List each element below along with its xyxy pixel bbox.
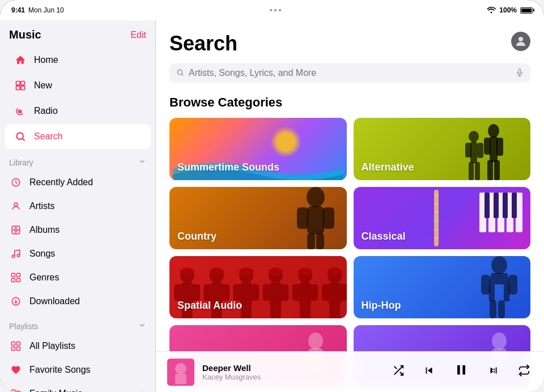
sidebar-nav-home[interactable]: Home <box>5 48 151 73</box>
now-playing-info: Deeper Well Kacey Musgraves <box>202 363 382 381</box>
sidebar-item-all-playlists[interactable]: All Playlists <box>0 334 155 358</box>
sidebar-item-recently-added[interactable]: Recently Added <box>0 171 155 194</box>
sidebar-item-favorite-songs[interactable]: Favorite Songs <box>0 358 155 382</box>
sidebar-item-label-recently-added: Recently Added <box>29 177 93 188</box>
svg-point-112 <box>175 363 186 374</box>
app-container: Music Edit Home <box>0 20 544 392</box>
sidebar-item-label-downloaded: Downloaded <box>29 296 80 306</box>
svg-rect-2 <box>16 86 20 90</box>
svg-rect-36 <box>475 162 480 180</box>
battery-percent: 100% <box>499 6 517 14</box>
sidebar-item-label-songs: Songs <box>29 249 55 259</box>
svg-rect-42 <box>316 233 324 249</box>
svg-point-10 <box>12 255 15 258</box>
category-label-summertime: Summertime Sounds <box>177 161 279 173</box>
browse-categories-title: Browse Categories <box>169 95 530 110</box>
now-playing-artist: Kacey Musgraves <box>202 373 382 381</box>
downloaded-icon <box>9 295 23 308</box>
radio-icon <box>14 104 27 118</box>
genres-icon <box>9 271 23 284</box>
sidebar-item-label-genres: Genres <box>29 272 59 283</box>
sidebar-item-label-new: New <box>34 80 52 91</box>
search-input[interactable] <box>189 68 511 78</box>
svg-point-11 <box>17 254 20 257</box>
sidebar-item-label-search: Search <box>34 131 63 142</box>
library-chevron-icon[interactable] <box>138 157 146 167</box>
category-card-country[interactable]: Country <box>169 187 347 249</box>
family-music-icon <box>9 387 23 392</box>
sidebar-nav-new[interactable]: New <box>5 73 151 98</box>
pause-button[interactable] <box>451 360 471 384</box>
sidebar-item-family-music[interactable]: Family Music <box>0 382 155 392</box>
category-card-hip-hop[interactable]: Hip-Hop <box>354 256 531 318</box>
svg-rect-15 <box>17 279 20 282</box>
svg-rect-18 <box>17 342 20 346</box>
main-content: Search Browse Categories <box>156 20 544 392</box>
ipad-frame: 9:41 Mon Jun 10 100% <box>0 0 544 392</box>
svg-rect-20 <box>17 347 20 351</box>
svg-point-107 <box>308 333 323 350</box>
sidebar-nav-search[interactable]: Search <box>5 124 151 149</box>
sidebar-item-label-albums: Albums <box>29 225 60 235</box>
sidebar-item-albums[interactable]: Albums <box>0 218 155 242</box>
shuffle-button[interactable] <box>390 362 407 382</box>
sidebar-item-label-all-playlists: All Playlists <box>29 341 75 351</box>
repeat-button[interactable] <box>516 362 533 382</box>
library-section-title: Library <box>9 158 33 167</box>
category-card-classical[interactable]: Classical <box>354 187 531 249</box>
category-card-summertime[interactable]: Summertime Sounds <box>169 118 347 180</box>
page-title: Search <box>169 32 237 56</box>
sidebar-item-artists[interactable]: Artists <box>0 194 155 218</box>
sidebar-edit-button[interactable]: Edit <box>130 30 146 40</box>
battery-fill <box>521 8 532 12</box>
category-label-country: Country <box>177 231 216 242</box>
svg-rect-1 <box>21 82 25 86</box>
sidebar-item-downloaded[interactable]: Downloaded <box>0 289 155 313</box>
avatar[interactable] <box>511 32 530 51</box>
search-bar[interactable] <box>169 63 530 83</box>
svg-rect-3 <box>21 86 25 90</box>
sidebar-item-label-home: Home <box>34 55 58 65</box>
category-card-spatial-audio[interactable]: Spatial Audio <box>169 256 347 318</box>
svg-rect-13 <box>17 274 20 277</box>
category-label-alternative: Alternative <box>362 161 414 173</box>
svg-rect-35 <box>469 162 474 180</box>
svg-rect-106 <box>498 300 505 318</box>
svg-rect-50 <box>503 193 508 218</box>
sidebar-nav-radio[interactable]: Radio <box>5 99 151 123</box>
svg-point-23 <box>518 37 523 41</box>
status-time: 9:41 <box>11 6 25 14</box>
now-playing-controls <box>390 360 533 384</box>
albums-icon <box>9 223 23 237</box>
sidebar-item-label-radio: Radio <box>34 106 58 116</box>
svg-rect-105 <box>490 300 496 318</box>
sidebar-item-label-favorite-songs: Favorite Songs <box>29 365 91 375</box>
forward-button[interactable] <box>485 362 502 382</box>
sidebar-title: Music <box>9 28 41 41</box>
svg-rect-104 <box>508 275 517 295</box>
svg-rect-48 <box>484 193 490 218</box>
sidebar-item-songs[interactable]: Songs <box>0 242 155 266</box>
category-label-spatial-audio: Spatial Audio <box>177 300 242 312</box>
status-date: Mon Jun 10 <box>28 6 64 14</box>
svg-point-37 <box>307 187 325 207</box>
playlists-section-title: Playlists <box>9 322 38 331</box>
category-label-classical: Classical <box>362 231 406 242</box>
sidebar-item-genres[interactable]: Genres <box>0 266 155 289</box>
svg-rect-27 <box>484 138 491 155</box>
playlists-chevron-icon[interactable] <box>138 321 146 331</box>
svg-rect-19 <box>12 347 15 351</box>
category-card-alternative[interactable]: Alternative <box>354 118 531 180</box>
status-bar-right: 100% <box>487 6 533 15</box>
library-section-header: Library <box>0 150 155 171</box>
family-music-chevron-icon <box>139 389 146 392</box>
svg-point-5 <box>16 133 23 139</box>
wifi-icon <box>487 6 496 15</box>
status-bar-center <box>270 9 281 11</box>
svg-rect-41 <box>307 233 315 249</box>
svg-rect-12 <box>12 274 15 277</box>
sidebar-item-label-artists: Artists <box>29 201 54 211</box>
mic-icon[interactable] <box>516 69 524 78</box>
rewind-button[interactable] <box>420 362 437 382</box>
songs-icon <box>9 247 23 261</box>
